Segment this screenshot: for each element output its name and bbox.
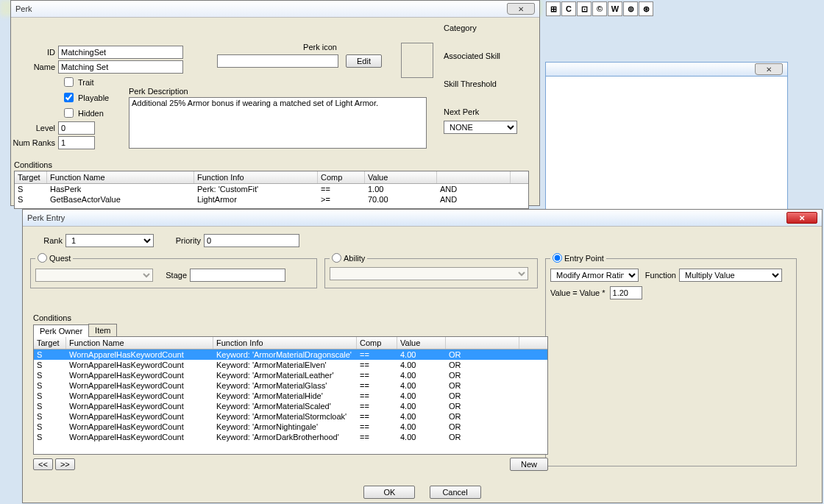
conditions-label: Conditions [14,160,529,169]
cancel-button[interactable]: Cancel [430,486,481,499]
desc-label: Perk Description [129,87,430,96]
table-row[interactable]: SWornApparelHasKeywordCountKeyword: 'Arm… [34,432,547,442]
priority-label: Priority [160,236,204,245]
next-button[interactable]: >> [55,458,75,470]
table-row[interactable]: SWornApparelHasKeywordCountKeyword: 'Arm… [34,380,547,391]
toolbar-icon[interactable]: © [592,1,607,16]
table-row[interactable]: SWornApparelHasKeywordCountKeyword: 'Arm… [34,401,547,411]
toolbar-icon[interactable]: ⊞ [546,1,561,16]
name-label: Name [11,63,58,71]
stage-label: Stage [153,271,190,280]
toolbar-icon[interactable]: ⊛ [639,1,653,16]
rank-select[interactable]: 1 [65,234,154,247]
toolbar-icon[interactable]: C [561,1,576,16]
table-row[interactable]: SWornApparelHasKeywordCountKeyword: 'Arm… [34,360,547,370]
ok-button[interactable]: OK [363,486,415,499]
new-button[interactable]: New [510,458,548,471]
next-perk-select[interactable]: NONE [444,121,517,134]
toolbar-icon[interactable]: ⊡ [577,1,592,16]
entry-conditions-label: Conditions [33,313,548,322]
numranks-label: Num Ranks [11,138,58,147]
perkicon-label: Perk icon [217,43,423,52]
level-input[interactable] [58,121,95,135]
toolbar-icon[interactable]: ⊚ [623,1,638,16]
category-label: Category [444,24,532,32]
quest-select [35,269,153,282]
entrypoint-select[interactable]: Modify Armor Rating [550,269,639,282]
entry-window-title: Perk Entry [27,213,65,222]
edit-button[interactable]: Edit [346,54,382,68]
entry-conditions-grid[interactable]: TargetFunction NameFunction InfoCompValu… [33,337,548,455]
perkicon-input[interactable] [217,54,338,68]
bg-close-button[interactable]: ✕ [755,63,783,75]
skill-thresh-label: Skill Threshold [444,79,532,88]
function-label: Function [639,271,679,280]
priority-input[interactable] [204,234,299,247]
table-row[interactable]: SWornApparelHasKeywordCountKeyword: 'Arm… [34,411,547,422]
desc-textarea[interactable]: Additional 25% Armor bonus if wearing a … [129,97,427,149]
icon-preview [401,43,433,78]
hidden-checkbox[interactable]: Hidden [61,106,104,120]
entry-close-button[interactable]: ✕ [786,212,817,224]
assoc-skill-label: Associated Skill [444,52,532,60]
function-select[interactable]: Multiply Value [679,269,782,282]
id-label: ID [11,48,58,57]
quest-radio[interactable]: Quest [38,253,71,263]
value-input[interactable] [610,286,642,299]
ability-select [330,267,528,280]
id-input[interactable] [58,46,183,59]
table-row[interactable]: SWornApparelHasKeywordCountKeyword: 'Arm… [34,422,547,432]
level-label: Level [11,124,58,132]
entrypoint-radio[interactable]: Entry Point [553,253,604,263]
value-label: Value = Value * [550,288,605,297]
table-row[interactable]: SGetBaseActorValueLightArmor>=70.00AND [15,194,528,205]
perk-window-title: Perk [15,4,32,13]
prev-button[interactable]: << [33,458,53,470]
perk-close-button[interactable]: ✕ [507,3,535,15]
ability-radio[interactable]: Ability [332,253,365,263]
stage-input [190,269,285,282]
tab-perk-owner[interactable]: Perk Owner [33,324,89,337]
rank-label: Rank [29,236,65,245]
trait-checkbox[interactable]: Trait [61,75,94,89]
next-perk-label: Next Perk [444,107,532,116]
tab-item[interactable]: Item [88,324,117,336]
toolbar-icon[interactable]: W [608,1,622,16]
conditions-grid[interactable]: TargetFunction NameFunction InfoCompValu… [14,171,529,209]
name-input[interactable] [58,60,183,74]
table-row[interactable]: SWornApparelHasKeywordCountKeyword: 'Arm… [34,349,547,360]
table-row[interactable]: SHasPerkPerk: 'CustomFit'==1.00AND [15,184,528,194]
playable-checkbox[interactable]: Playable [61,90,109,104]
numranks-input[interactable] [58,136,95,149]
table-row[interactable]: SWornApparelHasKeywordCountKeyword: 'Arm… [34,391,547,401]
table-row[interactable]: SWornApparelHasKeywordCountKeyword: 'Arm… [34,370,547,380]
